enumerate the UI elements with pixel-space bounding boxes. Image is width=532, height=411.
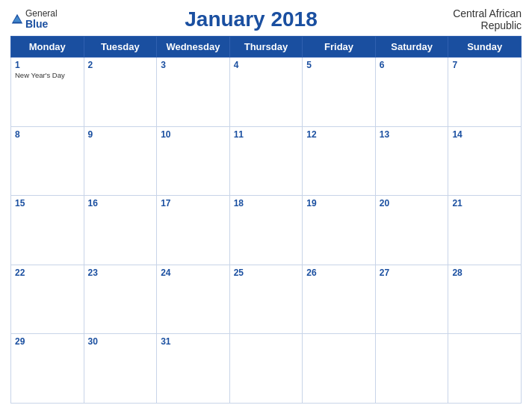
week-row-4: 22232425262728 — [11, 265, 522, 334]
calendar-cell: 11 — [229, 126, 303, 196]
calendar-cell: 24 — [157, 265, 230, 334]
day-number: 28 — [452, 268, 517, 278]
day-number: 12 — [306, 129, 371, 140]
day-number: 7 — [452, 60, 517, 70]
calendar-cell — [448, 334, 522, 404]
day-number: 29 — [15, 336, 80, 347]
day-number: 19 — [306, 198, 371, 208]
day-number: 26 — [306, 268, 371, 278]
holiday-name: New Year's Day — [15, 71, 80, 79]
day-number: 30 — [88, 336, 153, 347]
logo-icon — [10, 13, 24, 26]
logo-blue-text: Blue — [25, 19, 58, 30]
day-number: 3 — [161, 60, 226, 70]
calendar-cell: 8 — [11, 126, 84, 196]
calendar-cell: 31 — [157, 334, 230, 404]
calendar-cell: 9 — [84, 126, 157, 196]
weekday-header-sunday: Sunday — [448, 37, 522, 58]
calendar-cell: 4 — [229, 58, 303, 127]
calendar-cell: 22 — [11, 265, 84, 334]
calendar-header: General Blue January 2018 Central Africa… — [10, 7, 522, 31]
calendar-cell: 16 — [84, 196, 157, 265]
calendar-cell: 26 — [303, 265, 376, 334]
day-number: 25 — [234, 268, 299, 278]
day-number: 27 — [380, 268, 445, 278]
calendar-cell: 12 — [303, 126, 376, 196]
weekday-header-thursday: Thursday — [229, 37, 303, 58]
calendar-cell — [375, 334, 448, 404]
week-row-5: 293031 — [11, 334, 522, 404]
calendar-cell: 21 — [448, 196, 522, 265]
calendar-title-area: January 2018 — [85, 7, 417, 31]
calendar-cell: 15 — [11, 196, 84, 265]
calendar-cell: 29 — [11, 334, 84, 404]
day-number: 24 — [161, 268, 226, 278]
day-number: 22 — [15, 268, 80, 278]
calendar-cell — [303, 334, 376, 404]
calendar-cell: 1New Year's Day — [11, 58, 84, 127]
day-number: 21 — [452, 198, 517, 208]
week-row-2: 891011121314 — [11, 126, 522, 196]
week-row-1: 1New Year's Day234567 — [11, 58, 522, 127]
calendar-cell: 19 — [303, 196, 376, 265]
day-number: 31 — [161, 336, 226, 347]
logo-general-text: General — [25, 9, 58, 19]
weekday-header-saturday: Saturday — [375, 37, 448, 58]
calendar-cell: 13 — [375, 126, 448, 196]
calendar-cell: 2 — [84, 58, 157, 127]
day-number: 4 — [234, 60, 299, 70]
week-row-3: 15161718192021 — [11, 196, 522, 265]
calendar-table: MondayTuesdayWednesdayThursdayFridaySatu… — [10, 36, 522, 404]
day-number: 15 — [15, 198, 80, 208]
day-number: 14 — [452, 129, 517, 140]
calendar-cell: 25 — [229, 265, 303, 334]
day-number: 13 — [380, 129, 445, 140]
calendar-cell: 20 — [375, 196, 448, 265]
calendar-cell: 18 — [229, 196, 303, 265]
calendar-title: January 2018 — [185, 7, 317, 31]
calendar-cell — [229, 334, 303, 404]
calendar-cell: 6 — [375, 58, 448, 127]
day-number: 18 — [234, 198, 299, 208]
calendar-cell: 7 — [448, 58, 522, 127]
logo-area: General Blue — [10, 9, 85, 31]
day-number: 17 — [161, 198, 226, 208]
weekday-header-tuesday: Tuesday — [84, 37, 157, 58]
calendar-cell: 28 — [448, 265, 522, 334]
calendar-cell: 14 — [448, 126, 522, 196]
day-number: 5 — [306, 60, 371, 70]
day-number: 6 — [380, 60, 445, 70]
calendar-cell: 17 — [157, 196, 230, 265]
calendar-cell: 3 — [157, 58, 230, 127]
weekday-header-wednesday: Wednesday — [157, 37, 230, 58]
country-label: Central African Republic — [417, 7, 522, 31]
calendar-cell: 23 — [84, 265, 157, 334]
day-number: 23 — [88, 268, 153, 278]
calendar-cell: 5 — [303, 58, 376, 127]
weekday-header-monday: Monday — [11, 37, 84, 58]
calendar-page: General Blue January 2018 Central Africa… — [0, 0, 532, 411]
calendar-cell: 27 — [375, 265, 448, 334]
day-number: 9 — [88, 129, 153, 140]
day-number: 10 — [161, 129, 226, 140]
day-number: 8 — [15, 129, 80, 140]
day-number: 16 — [88, 198, 153, 208]
day-number: 20 — [380, 198, 445, 208]
weekday-header-row: MondayTuesdayWednesdayThursdayFridaySatu… — [11, 37, 522, 58]
day-number: 11 — [234, 129, 299, 140]
day-number: 2 — [88, 60, 153, 70]
calendar-cell: 30 — [84, 334, 157, 404]
calendar-cell: 10 — [157, 126, 230, 196]
day-number: 1 — [15, 60, 80, 70]
weekday-header-friday: Friday — [303, 37, 376, 58]
